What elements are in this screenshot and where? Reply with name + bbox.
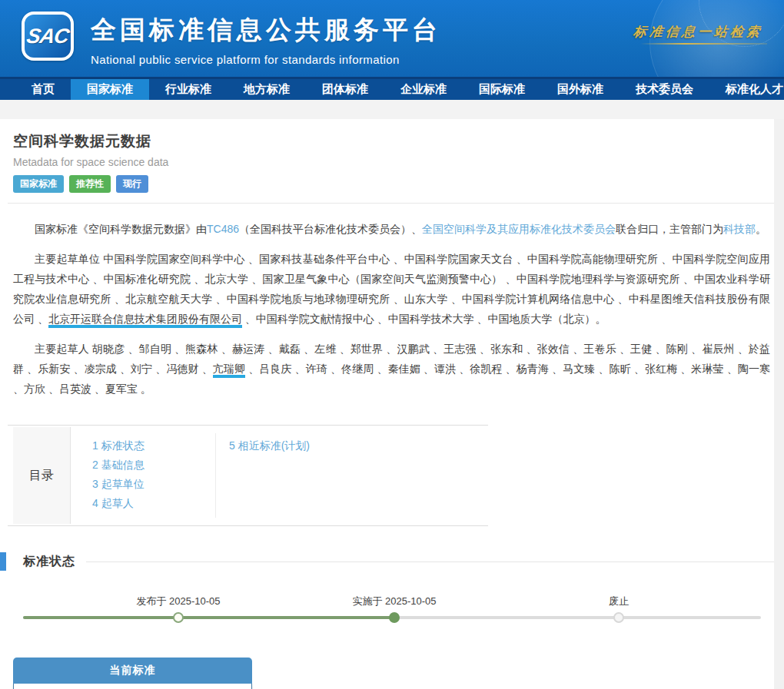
- tc486-link[interactable]: TC486: [207, 223, 239, 235]
- drafters-paragraph: 主要起草人 胡晓彦 、邹自明 、熊森林 、赫运涛 、戴磊 、左维 、郑世界 、汉…: [13, 339, 770, 399]
- nav-item-home[interactable]: 首页: [15, 79, 71, 100]
- main-content: 空间科学数据元数据 Metadata for space science dat…: [0, 119, 784, 689]
- timeline-dot-abolished: [613, 612, 624, 623]
- sac-logo[interactable]: SAC: [22, 12, 74, 61]
- current-standard-card-body: GB/T 46405-2025 现行 空间科学数据元数据: [13, 684, 252, 689]
- status-section-title: 标准状态: [23, 554, 75, 570]
- status-timeline: 发布于 2025-10-05 实施于 2025-10-05 废止: [13, 588, 784, 636]
- sub-nav-strip: [0, 100, 784, 119]
- governance-text-1: 国家标准《空间科学数据元数据》由: [35, 223, 207, 235]
- badge-national-standard: 国家标准: [13, 175, 64, 193]
- drafting-units-after: 、中国科学院文献情报中心 、中国科学技术大学 、中国地质大学（北京）。: [242, 313, 606, 325]
- standard-title: 空间科学数据元数据: [13, 131, 784, 151]
- timeline-label-abolished: 废止: [557, 595, 680, 608]
- nav-item-international-standards[interactable]: 国际标准: [463, 79, 541, 100]
- title-divider: [8, 203, 775, 204]
- nav-item-national-standards[interactable]: 国家标准: [71, 79, 149, 100]
- highlighted-drafting-unit: 北京开运联合信息技术集团股份有限公司: [48, 313, 242, 328]
- section-accent-bar: [0, 552, 6, 571]
- governance-text-3: 联合归口，主管部门为: [616, 223, 723, 235]
- badge-active: 现行: [116, 175, 148, 193]
- badge-row: 国家标准 推荐性 现行: [13, 175, 784, 193]
- nav-item-industry-standards[interactable]: 行业标准: [149, 79, 228, 100]
- toc-column-1: 1 标准状态 2 基础信息 3 起草单位 4 起草人: [71, 427, 215, 524]
- timeline-label-published: 发布于 2025-10-05: [117, 595, 240, 608]
- nav-item-technical-committees[interactable]: 技术委员会: [620, 79, 709, 100]
- governance-text-2: （全国科技平台标准化技术委员会）、: [239, 223, 422, 235]
- nav-item-foreign-standards[interactable]: 国外标准: [541, 79, 620, 100]
- toc-item-standard-status[interactable]: 1 标准状态: [92, 436, 215, 455]
- current-standard-card-header: 当前标准: [13, 658, 252, 684]
- site-title: 全国标准信息公共服务平台: [91, 13, 441, 48]
- governance-text-4: 。: [756, 223, 766, 235]
- highlighted-drafter: 亢瑞卿: [213, 363, 245, 378]
- sac-logo-text: SAC: [25, 25, 70, 48]
- standard-title-en: Metadata for space science data: [13, 156, 784, 168]
- space-science-committee-link[interactable]: 全国空间科学及其应用标准化技术委员会: [422, 223, 616, 235]
- status-section-header: 标准状态: [13, 552, 784, 571]
- nav-item-enterprise-standards[interactable]: 企业标准: [384, 79, 463, 100]
- nav-item-local-standards[interactable]: 地方标准: [228, 79, 306, 100]
- timeline-dot-published: [173, 612, 184, 623]
- site-header: 标准信息一站检索 SAC 全国标准信息公共服务平台 National publi…: [0, 0, 784, 77]
- toc-item-drafters[interactable]: 4 起草人: [92, 494, 215, 513]
- section-rule: [86, 561, 775, 562]
- governance-paragraph: 国家标准《空间科学数据元数据》由TC486（全国科技平台标准化技术委员会）、全国…: [13, 219, 770, 239]
- toc-item-similar-standards[interactable]: 5 相近标准(计划): [229, 436, 310, 455]
- toc-column-2: 5 相近标准(计划): [216, 427, 310, 524]
- toc-item-basic-info[interactable]: 2 基础信息: [92, 455, 215, 475]
- current-standard-card[interactable]: 当前标准 GB/T 46405-2025 现行 空间科学数据元数据: [13, 658, 252, 689]
- site-titles: 全国标准信息公共服务平台 National public service pla…: [91, 13, 441, 66]
- main-nav: 首页 国家标准 行业标准 地方标准 团体标准 企业标准 国际标准 国外标准 技术…: [0, 77, 784, 100]
- drafting-units-paragraph: 主要起草单位 中国科学院国家空间科学中心 、国家科技基础条件平台中心 、中国科学…: [13, 249, 770, 329]
- most-ministry-link[interactable]: 科技部: [723, 223, 756, 235]
- slogan-underline-decoration: [640, 43, 767, 45]
- site-subtitle: National public service platform for sta…: [91, 53, 441, 66]
- toc-item-drafting-units[interactable]: 3 起草单位: [92, 475, 215, 494]
- toc-label: 目录: [13, 427, 71, 524]
- timeline-progress: [23, 616, 394, 619]
- table-of-contents: 目录 1 标准状态 2 基础信息 3 起草单位 4 起草人 5 相近标准(计划): [8, 425, 488, 526]
- timeline-dot-implemented: [389, 612, 400, 623]
- timeline-label-implemented: 实施于 2025-10-05: [333, 595, 456, 608]
- nav-item-standardization-talent[interactable]: 标准化人才: [709, 79, 784, 100]
- scroll-gutter[interactable]: [774, 119, 784, 689]
- page: 标准信息一站检索 SAC 全国标准信息公共服务平台 National publi…: [0, 0, 784, 689]
- badge-recommended: 推荐性: [69, 175, 111, 193]
- nav-item-group-standards[interactable]: 团体标准: [306, 79, 384, 100]
- header-slogan: 标准信息一站检索: [633, 23, 763, 41]
- description-paragraphs: 国家标准《空间科学数据元数据》由TC486（全国科技平台标准化技术委员会）、全国…: [13, 219, 770, 399]
